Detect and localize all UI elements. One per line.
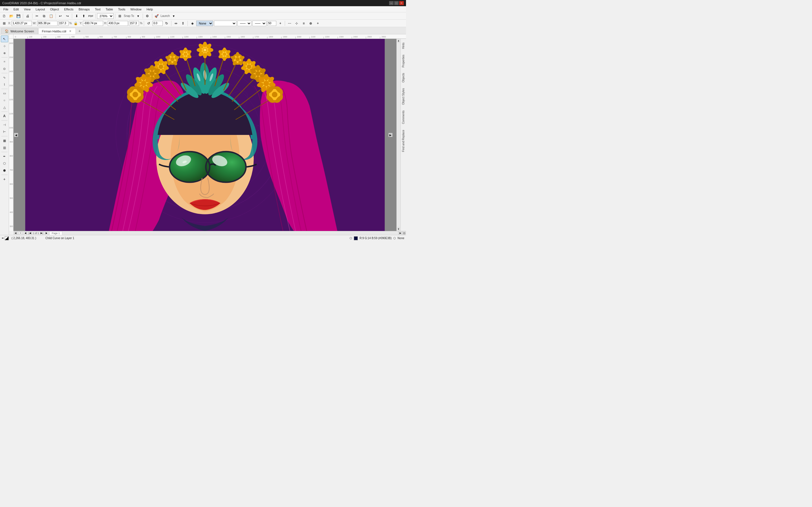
mirror-v-button[interactable]: ⇕ [180,20,186,26]
menu-help[interactable]: Help [144,7,155,11]
menu-object[interactable]: Object [48,7,61,11]
menu-file[interactable]: File [1,7,11,11]
more-options[interactable]: ⋯ [287,20,293,26]
node-options[interactable]: ⊹ [294,20,300,26]
launch-button[interactable]: 🚀 [154,13,160,19]
export-pdf-button[interactable]: PDF [88,13,94,19]
vertical-scrollbar[interactable]: ▲ ▼ [396,39,400,231]
rotate-cw-button[interactable]: ↻ [163,20,170,26]
add-page-btn[interactable]: + [18,231,22,235]
align-options[interactable]: ≡ [301,20,307,26]
eyedropper-tool[interactable]: ✒ [1,153,8,160]
outline-plus[interactable]: + [277,20,283,26]
menu-tools[interactable]: Tools [116,7,128,11]
angle-field[interactable] [153,21,163,26]
first-page-btn[interactable]: |◀ [28,231,32,235]
crop-tool[interactable]: ⌗ [1,58,8,65]
rotate-ccw-button[interactable]: ↺ [146,20,152,26]
scroll-right-arrow[interactable]: ▶ [389,133,393,137]
plus-tool[interactable]: + [1,176,8,182]
zoom-fit-button[interactable]: ⊡ [402,231,406,235]
copy-button[interactable]: ⧉ [41,13,47,19]
outline-width-field[interactable] [267,21,276,26]
drop-shadow-tool[interactable]: ▦ [1,137,8,144]
mirror-h-button[interactable]: ⇔ [173,20,179,26]
maximize-button[interactable]: □ [394,1,399,5]
new-button[interactable]: 🗋 [1,13,7,19]
transform-options[interactable]: ⊕ [308,20,314,26]
menu-layout[interactable]: Layout [33,7,47,11]
prev-page-btn[interactable]: ◀ [24,231,27,235]
tab-firman[interactable]: Firman Hatibu.cdr ✕ [38,28,76,34]
ellipse-tool[interactable]: ○ [1,97,8,104]
x-field[interactable]: 1,420.27 px [11,21,32,26]
redo-button[interactable]: ↪ [64,13,70,19]
fill-button[interactable]: ◈ [189,20,195,26]
snap-toggle[interactable]: ⊞ [117,13,123,19]
tab-close-button[interactable]: ✕ [68,29,72,33]
freehand-tool[interactable]: ∿ [1,74,8,81]
zoom-tool[interactable]: ⊙ [1,65,8,72]
horizontal-scrollbar[interactable]: ◀ + ◀ |◀ 1 of 1 ▶| ▶ Page 1 ▶ ⊡ [13,231,406,235]
text-tool[interactable]: A [1,113,8,119]
menu-edit[interactable]: Edit [11,7,21,11]
scroll-left-button[interactable]: ◀ [13,231,17,235]
outline-style-select[interactable]: ───── [238,20,252,26]
object-styles-panel-tab[interactable]: Object Styles [401,86,406,107]
y-field[interactable] [83,21,103,26]
h-pct-field[interactable] [129,21,139,26]
tool-options[interactable]: ⊞ [1,20,7,26]
tab-add-button[interactable]: + [77,28,83,34]
transform-tool[interactable]: ⊕ [1,50,8,56]
comments-panel-tab[interactable]: Comments [401,108,406,126]
scroll-right-button[interactable]: ▶ [398,231,402,235]
canvas-area[interactable]: ◀ ▶ [13,39,396,231]
menu-text[interactable]: Text [93,7,103,11]
smart-fill-tool[interactable]: ⬢ [1,167,8,174]
h-field[interactable] [108,21,128,26]
rectangle-tool[interactable]: ▭ [1,90,8,97]
page-tab[interactable]: Page 1 [49,231,63,235]
lock-ratio-button[interactable]: 🔒 [72,20,79,26]
scroll-up-button[interactable]: ▲ [398,39,400,43]
menu-view[interactable]: View [22,7,33,11]
print-button[interactable]: 🖨 [24,13,31,19]
plus-button[interactable]: + [315,20,321,26]
outline-dash-select[interactable]: ───── [252,20,266,26]
snap-dropdown[interactable]: ▾ [135,13,141,19]
next-page-btn[interactable]: ▶ [45,231,48,235]
artistic-media-tool[interactable]: ⌇ [1,81,8,88]
select-tool[interactable]: ↖ [1,36,8,42]
objects-panel-tab[interactable]: Objects [401,70,406,85]
menu-table[interactable]: Table [103,7,115,11]
undo-button[interactable]: ↩ [57,13,63,19]
menu-window[interactable]: Window [128,7,144,11]
scroll-left-arrow[interactable]: ◀ [14,133,18,137]
cut-button[interactable]: ✂ [34,13,40,19]
minimize-button[interactable]: ─ [389,1,394,5]
import-button[interactable]: ⬇ [73,13,80,19]
close-button[interactable]: ✕ [399,1,404,5]
blend-tool[interactable]: ▥ [1,144,8,151]
launch-dropdown[interactable]: ▾ [170,13,177,19]
tab-welcome[interactable]: 🏠 Welcome Screen [1,28,38,34]
node-tool[interactable]: ⊹ [1,43,8,49]
save-button[interactable]: 💾 [15,13,21,19]
open-button[interactable]: 📂 [8,13,14,19]
menu-effects[interactable]: Effects [62,7,75,11]
polygon-tool[interactable]: △ [1,104,8,111]
outline-color-select[interactable] [214,20,237,26]
fill-select[interactable]: None [196,20,213,26]
options-button[interactable]: ⚙ [144,13,151,19]
find-replace-panel-tab[interactable]: Find and Replace [401,127,406,154]
export-button[interactable]: ⬆ [81,13,87,19]
menu-bitmaps[interactable]: Bitmaps [77,7,92,11]
w-pct-field[interactable] [58,21,68,26]
connector-tool[interactable]: ⊢ [1,128,8,135]
scroll-down-button[interactable]: ▼ [398,227,400,231]
properties-panel-tab[interactable]: Properties [401,52,406,70]
last-page-btn[interactable]: ▶| [40,231,44,235]
w-field[interactable] [37,21,57,26]
fill-tool[interactable]: ⬡ [1,160,8,167]
dimension-tool[interactable]: ⊣ [1,121,8,128]
